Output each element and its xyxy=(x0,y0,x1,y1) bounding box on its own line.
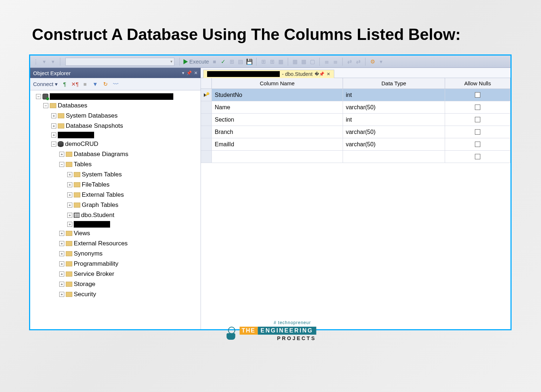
row-selector[interactable] xyxy=(201,101,212,113)
filter-icon[interactable]: ▾ xyxy=(41,58,48,65)
tree-external-resources[interactable]: + External Resources xyxy=(32,238,199,249)
tree-programmability[interactable]: + Programmability xyxy=(32,259,199,269)
expand-icon[interactable]: + xyxy=(67,222,72,227)
tree-views[interactable]: + Views xyxy=(32,228,199,238)
column-name-cell[interactable]: StudentNo xyxy=(212,89,343,101)
data-type-cell[interactable]: varchar(50) xyxy=(343,101,445,113)
results2-icon[interactable]: ⊞ xyxy=(269,58,275,65)
designer-tab[interactable]: - dbo.Student �📌 ✕ xyxy=(203,70,334,78)
data-type-cell[interactable]: int xyxy=(343,114,445,126)
allow-nulls-cell[interactable] xyxy=(445,138,510,150)
misc-icon[interactable]: ⚙ xyxy=(369,58,376,65)
row-selector[interactable] xyxy=(201,126,212,138)
parse-icon[interactable]: ⊞ xyxy=(229,58,235,65)
expand-icon[interactable]: + xyxy=(67,213,72,218)
column-name-cell[interactable]: Name xyxy=(212,101,343,113)
expand-icon[interactable]: + xyxy=(67,182,72,187)
expand-icon[interactable]: + xyxy=(59,152,64,157)
expand-icon[interactable]: + xyxy=(59,282,64,287)
connect-add-icon[interactable]: ¶ xyxy=(61,81,68,87)
tree-security[interactable]: + Security xyxy=(32,289,199,299)
filter2-icon[interactable]: ▾ xyxy=(50,58,56,65)
tree-databases[interactable]: − Databases xyxy=(32,101,199,111)
column-row[interactable]: StudentNoint xyxy=(201,89,510,101)
tb-icon[interactable]: ▢ xyxy=(309,58,316,65)
column-row[interactable]: Branchvarchar(50) xyxy=(201,126,510,138)
activity-icon[interactable]: 〰 xyxy=(112,81,119,87)
column-row[interactable]: EmailIdvarchar(50) xyxy=(201,138,510,151)
tree-storage[interactable]: + Storage xyxy=(32,279,199,289)
filter-icon[interactable]: ▼ xyxy=(92,81,98,87)
column-row[interactable]: Namevarchar(50) xyxy=(201,101,510,114)
tb-icon[interactable]: ▦ xyxy=(292,58,298,65)
expand-icon[interactable]: + xyxy=(59,271,64,277)
column-name-cell[interactable] xyxy=(212,151,343,163)
results-icon[interactable]: ⊞ xyxy=(260,58,267,65)
disconnect-icon[interactable]: ✕¶ xyxy=(72,81,78,87)
expand-icon[interactable]: + xyxy=(67,172,72,177)
column-name-cell[interactable]: Branch xyxy=(212,126,343,138)
indent-icon[interactable]: ≣ xyxy=(323,58,330,65)
collapse-icon[interactable]: − xyxy=(59,162,64,167)
tree-database-snapshots[interactable]: + Database Snapshots xyxy=(32,121,199,131)
close-tab-icon[interactable]: ✕ xyxy=(327,72,330,77)
data-type-cell[interactable] xyxy=(343,151,445,163)
data-type-cell[interactable]: varchar(50) xyxy=(343,126,445,138)
database-dropdown[interactable]: ▾ xyxy=(65,58,174,66)
allow-nulls-cell[interactable] xyxy=(445,114,510,126)
allow-nulls-checkbox[interactable] xyxy=(475,105,480,110)
column-name-cell[interactable]: EmailId xyxy=(212,138,343,150)
allow-nulls-cell[interactable] xyxy=(445,151,510,163)
column-name-cell[interactable]: Section xyxy=(212,114,343,126)
row-selector[interactable] xyxy=(201,114,212,126)
object-tree[interactable]: − − Databases + System Databases + xyxy=(30,90,201,329)
expand-icon[interactable]: + xyxy=(59,231,64,236)
tree-democrud[interactable]: − demoCRUD xyxy=(32,139,199,149)
plan-icon[interactable]: ▤ xyxy=(237,58,244,65)
allow-nulls-checkbox[interactable] xyxy=(475,129,480,135)
tree-redacted-table[interactable]: + xyxy=(32,220,199,228)
pin-icon[interactable]: 📌 xyxy=(186,70,192,75)
expand-icon[interactable]: + xyxy=(59,251,64,256)
column-row[interactable]: Sectionint xyxy=(201,114,510,126)
tree-server[interactable]: − xyxy=(32,93,199,101)
tb-icon[interactable]: ▦ xyxy=(300,58,307,65)
pin-icon[interactable]: �📌 xyxy=(315,72,324,77)
collapse-icon[interactable]: − xyxy=(43,103,48,108)
tree-graph-tables[interactable]: + Graph Tables xyxy=(32,200,199,210)
toolbar-icon[interactable]: ⋮ xyxy=(32,58,39,65)
data-type-cell[interactable]: int xyxy=(343,89,445,101)
expand-icon[interactable]: + xyxy=(67,203,72,208)
execute-button[interactable]: Execute xyxy=(183,58,209,65)
expand-icon[interactable]: + xyxy=(67,192,72,197)
expand-icon[interactable]: + xyxy=(59,292,64,297)
allow-nulls-checkbox[interactable] xyxy=(475,117,480,122)
collapse-icon[interactable]: − xyxy=(36,94,41,99)
uncomment-icon[interactable]: ⇄ xyxy=(355,58,362,65)
row-selector[interactable] xyxy=(201,151,212,163)
allow-nulls-checkbox[interactable] xyxy=(475,154,480,159)
column-row[interactable] xyxy=(201,151,510,163)
tree-system-tables[interactable]: + System Tables xyxy=(32,170,199,180)
connect-button[interactable]: Connect ▾ xyxy=(33,81,58,87)
allow-nulls-cell[interactable] xyxy=(445,89,510,101)
stop-icon[interactable]: ■ xyxy=(211,58,218,65)
row-selector[interactable] xyxy=(201,89,212,101)
allow-nulls-cell[interactable] xyxy=(445,101,510,113)
refresh-icon[interactable]: ↻ xyxy=(102,81,109,87)
check-icon[interactable]: ✓ xyxy=(220,58,226,65)
allow-nulls-checkbox[interactable] xyxy=(475,92,480,98)
allow-nulls-cell[interactable] xyxy=(445,126,510,138)
expand-icon[interactable]: + xyxy=(59,241,64,246)
allow-nulls-checkbox[interactable] xyxy=(475,142,480,147)
expand-icon[interactable]: + xyxy=(59,261,64,266)
row-selector[interactable] xyxy=(201,138,212,150)
expand-icon[interactable]: + xyxy=(51,113,56,118)
data-type-cell[interactable]: varchar(50) xyxy=(343,138,445,150)
tree-redacted-db[interactable]: + xyxy=(32,131,199,139)
tree-external-tables[interactable]: + External Tables xyxy=(32,190,199,200)
expand-icon[interactable]: + xyxy=(51,123,56,128)
tree-database-diagrams[interactable]: + Database Diagrams xyxy=(32,149,199,159)
tree-system-databases[interactable]: + System Databases xyxy=(32,111,199,121)
tree-dbo-student[interactable]: + dbo.Student xyxy=(32,210,199,220)
